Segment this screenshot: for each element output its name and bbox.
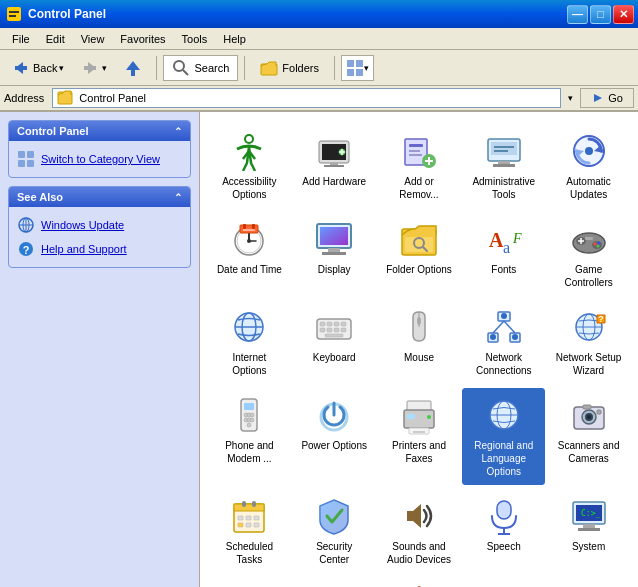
svg-rect-91 [341, 322, 346, 326]
add-remove-icon [399, 131, 439, 171]
svg-line-103 [504, 321, 515, 333]
item-user-accounts[interactable]: User Accounts [293, 577, 376, 587]
search-button[interactable]: Search [163, 55, 238, 81]
folders-button[interactable]: Folders [251, 55, 328, 81]
maximize-button[interactable]: □ [590, 5, 611, 24]
menu-help[interactable]: Help [215, 31, 254, 47]
svg-rect-148 [497, 501, 511, 519]
network-connections-icon [484, 307, 524, 347]
control-panel-section: Control Panel ⌃ Switch to Category View [8, 120, 191, 178]
globe-icon [17, 216, 35, 234]
address-value: Control Panel [79, 92, 146, 104]
svg-text:?: ? [23, 244, 30, 256]
accessibility-label: Accessibility Options [222, 175, 276, 201]
see-also-chevron-icon: ⌃ [174, 192, 182, 203]
speech-icon [484, 496, 524, 536]
toolbar-divider-3 [334, 56, 335, 80]
item-printers-faxes[interactable]: Printers and Faxes [378, 388, 461, 485]
svg-rect-49 [494, 150, 508, 152]
sounds-audio-icon [399, 496, 439, 536]
item-speech[interactable]: Speech [462, 489, 545, 573]
item-folder-options[interactable]: Folder Options [378, 212, 461, 296]
svg-rect-65 [320, 227, 348, 245]
item-game-controllers[interactable]: Game Controllers [547, 212, 630, 296]
view-chevron: ▾ [364, 63, 369, 73]
item-fonts[interactable]: A a F Fonts [462, 212, 545, 296]
svg-rect-0 [7, 7, 21, 21]
svg-marker-17 [594, 94, 602, 102]
toolbar: Back ▾ ▾ Search Folders [0, 50, 638, 86]
item-date-time[interactable]: Date and Time [208, 212, 291, 296]
item-admin-tools[interactable]: Administrative Tools [462, 124, 545, 208]
item-display[interactable]: Display [293, 212, 376, 296]
regional-language-icon [484, 395, 524, 435]
printers-faxes-icon [399, 395, 439, 435]
item-keyboard[interactable]: Keyboard [293, 300, 376, 384]
item-scanners-cameras[interactable]: Scanners and Cameras [547, 388, 630, 485]
network-connections-label: Network Connections [476, 351, 532, 377]
svg-rect-62 [243, 229, 255, 231]
svg-rect-61 [252, 224, 255, 229]
windows-update-link[interactable]: Windows Update [17, 213, 182, 237]
item-network-connections[interactable]: Network Connections [462, 300, 545, 384]
see-also-header-text: See Also [17, 191, 63, 203]
item-phone-modem[interactable]: Phone and Modem ... [208, 388, 291, 485]
view-button[interactable]: ▾ [341, 55, 374, 81]
svg-rect-19 [27, 151, 34, 158]
menu-view[interactable]: View [73, 31, 113, 47]
svg-point-106 [512, 334, 518, 340]
item-regional-language[interactable]: Regional and Language Options [462, 388, 545, 485]
item-taskbar-start[interactable]: start Taskbar and Start Menu [208, 577, 291, 587]
forward-button[interactable]: ▾ [73, 54, 114, 82]
control-panel-section-header: Control Panel ⌃ [9, 121, 190, 141]
switch-category-link[interactable]: Switch to Category View [17, 147, 182, 171]
svg-point-119 [250, 418, 254, 422]
menu-file[interactable]: File [4, 31, 38, 47]
address-input[interactable]: Control Panel [52, 88, 561, 108]
menu-tools[interactable]: Tools [174, 31, 216, 47]
address-dropdown-arrow[interactable]: ▾ [565, 93, 576, 103]
display-icon [314, 219, 354, 259]
item-add-hardware[interactable]: Add Hardware [293, 124, 376, 208]
item-system[interactable]: C:>_ System [547, 489, 630, 573]
view-icon [346, 59, 364, 77]
item-internet-options[interactable]: Internet Options [208, 300, 291, 384]
forward-chevron: ▾ [102, 63, 107, 73]
item-scheduled-tasks[interactable]: Scheduled Tasks [208, 489, 291, 573]
back-button[interactable]: Back ▾ [4, 54, 71, 82]
item-security-center[interactable]: Security Center [293, 489, 376, 573]
go-button[interactable]: Go [580, 88, 634, 108]
svg-point-82 [597, 242, 600, 245]
svg-rect-89 [327, 322, 332, 326]
speech-label: Speech [487, 540, 521, 553]
svg-rect-8 [131, 70, 135, 76]
svg-rect-18 [18, 151, 25, 158]
close-button[interactable]: ✕ [613, 5, 634, 24]
up-button[interactable] [116, 54, 150, 82]
item-network-setup[interactable]: ? Network Setup Wizard [547, 300, 630, 384]
menu-favorites[interactable]: Favorites [112, 31, 173, 47]
keyboard-icon [314, 307, 354, 347]
item-wireless-network[interactable]: Wireless Network Set... [462, 577, 545, 587]
item-accessibility[interactable]: Accessibility Options [208, 124, 291, 208]
help-support-link[interactable]: ? Help and Support [17, 237, 182, 261]
item-sounds-audio[interactable]: Sounds and Audio Devices [378, 489, 461, 573]
menu-edit[interactable]: Edit [38, 31, 73, 47]
svg-rect-1 [9, 11, 19, 13]
folder-options-label: Folder Options [386, 263, 452, 276]
item-auto-updates[interactable]: Automatic Updates [547, 124, 630, 208]
item-mouse[interactable]: Mouse [378, 300, 461, 384]
minimize-button[interactable]: — [567, 5, 588, 24]
item-windows-firewall[interactable]: Windows Firewall [378, 577, 461, 587]
auto-updates-label: Automatic Updates [566, 175, 610, 201]
address-label: Address [4, 92, 48, 104]
item-power-options[interactable]: Power Options [293, 388, 376, 485]
item-add-remove[interactable]: Add or Remov... [378, 124, 461, 208]
phone-modem-label: Phone and Modem ... [225, 439, 273, 465]
add-hardware-icon [314, 131, 354, 171]
svg-rect-47 [493, 164, 515, 167]
svg-rect-67 [322, 252, 346, 255]
power-options-icon [314, 395, 354, 435]
svg-line-102 [493, 321, 504, 333]
main-content: Control Panel ⌃ Switch to Category View … [0, 112, 638, 587]
